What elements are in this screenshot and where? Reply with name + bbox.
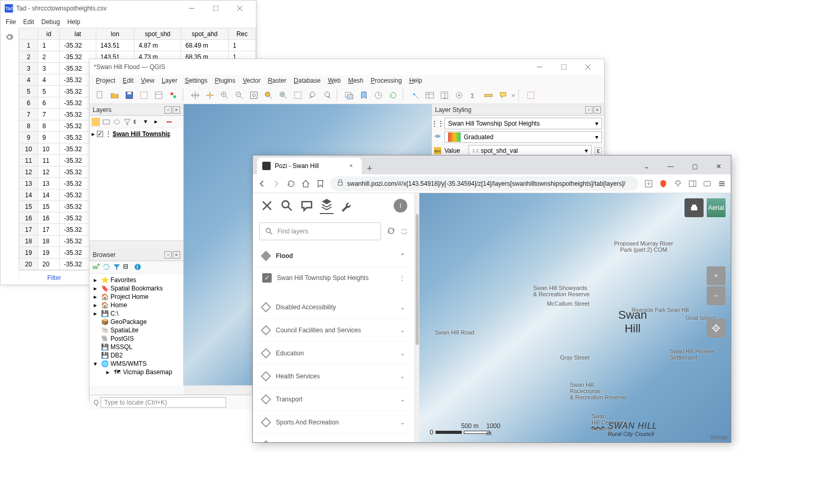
zoom-last-icon[interactable] (306, 89, 319, 102)
new-bookmark-icon[interactable] (358, 89, 370, 102)
statistics-icon[interactable]: Σ (467, 89, 480, 102)
search-icon[interactable] (280, 199, 294, 212)
expression-button[interactable]: ε (595, 147, 602, 154)
menu-debug[interactable]: Debug (41, 18, 60, 26)
properties-icon[interactable]: i (133, 263, 142, 271)
comment-icon[interactable] (300, 199, 314, 212)
print-button[interactable] (685, 198, 704, 217)
chevron-down-icon[interactable]: ⌄ (400, 304, 405, 311)
expand-icon[interactable]: ▾ (144, 118, 152, 126)
add-group-icon[interactable] (102, 118, 110, 126)
new-project-icon[interactable] (94, 89, 106, 102)
browser-item[interactable]: 🐚SpatiaLite (92, 326, 181, 334)
tab-pozi[interactable]: Pozi - Swan Hill × (257, 158, 362, 174)
zoom-selection-icon[interactable] (262, 89, 275, 102)
column-header[interactable]: lat (60, 28, 96, 40)
back-icon[interactable] (257, 179, 266, 188)
menu-file[interactable]: File (6, 18, 16, 26)
chevron-down-icon[interactable]: ⌄ (400, 327, 405, 334)
reload-icon[interactable] (286, 179, 296, 188)
zoom-out-button[interactable]: − (707, 286, 726, 305)
menu-processing[interactable]: Processing (371, 77, 402, 84)
minimize-button[interactable] (528, 59, 552, 75)
remove-icon[interactable] (165, 118, 173, 126)
category-flood[interactable]: Flood ⌃ (255, 244, 413, 267)
attribute-table-icon[interactable] (423, 89, 436, 102)
field-calc-icon[interactable]: ∑ (438, 89, 451, 102)
refresh-icon[interactable] (102, 263, 110, 271)
expression-icon[interactable]: ε (133, 118, 142, 126)
chevron-down-icon[interactable]: ⌄ (400, 442, 405, 443)
home-icon[interactable] (301, 179, 310, 188)
collapse-all-icon[interactable]: ⊟ (123, 263, 131, 271)
browser-item[interactable]: 💾DB2 (92, 351, 181, 360)
locate-me-button[interactable] (707, 319, 726, 338)
layers-scrollbar[interactable] (90, 240, 183, 250)
browser-item[interactable]: ▸🔖Spatial Bookmarks (92, 284, 181, 293)
zoom-in-button[interactable]: + (707, 266, 726, 285)
close-panel-icon[interactable]: × (173, 106, 180, 114)
maximize-button[interactable] (204, 1, 228, 16)
select-rect-icon[interactable] (525, 89, 537, 102)
close-panel-icon[interactable]: × (594, 106, 601, 114)
qgis-titlebar[interactable]: *Swan Hill Flood — QGIS (90, 59, 604, 75)
close-button[interactable]: ✕ (707, 159, 731, 174)
labels-tab-icon[interactable]: abc (434, 147, 441, 154)
filter-legend-icon[interactable] (123, 118, 131, 126)
menu-project[interactable]: Project (96, 77, 115, 84)
column-header[interactable]: spot_ahd (181, 28, 228, 40)
pan-icon[interactable] (189, 89, 202, 102)
browser-item[interactable]: ▸⭐Favorites (92, 276, 181, 284)
category-row[interactable]: Sports And Recreation⌄ (255, 411, 413, 434)
browser-item[interactable]: ▸🏠Home (92, 301, 181, 309)
visibility-icon[interactable] (113, 118, 121, 126)
chevron-down-icon[interactable]: ⌄ (400, 373, 405, 380)
browser-tree[interactable]: ▸⭐Favorites▸🔖Spatial Bookmarks▸🏠Project … (90, 274, 183, 386)
zoom-out-icon[interactable] (233, 89, 246, 102)
refresh-icon[interactable] (387, 89, 399, 102)
category-row[interactable]: Education⌄ (255, 342, 413, 365)
sidebar-scrollbar[interactable] (415, 193, 419, 442)
category-row[interactable]: Property⌄ (255, 434, 413, 442)
menu-layer[interactable]: Layer (162, 77, 177, 84)
wrench-icon[interactable] (340, 199, 353, 212)
chevron-up-icon[interactable]: ⌃ (400, 252, 405, 260)
undock-icon[interactable]: ▫ (585, 106, 593, 114)
locator-input[interactable]: Type to locate (Ctrl+K) (101, 397, 226, 408)
minimize-button[interactable] (180, 1, 204, 16)
menu-web[interactable]: Web (328, 77, 340, 84)
undock-icon[interactable]: ▫ (164, 106, 172, 114)
zoom-native-icon[interactable] (292, 89, 304, 102)
column-header[interactable]: id (38, 28, 60, 40)
pozi-map[interactable]: Swan Hill Proposed Murray River Park (pa… (419, 193, 731, 442)
style-manager-icon[interactable] (167, 89, 180, 102)
measure-icon[interactable] (482, 89, 495, 102)
maptips-icon[interactable] (497, 89, 509, 102)
address-bar[interactable]: swanhill.pozi.com/#/x[143.54918]/y[-35.3… (330, 176, 639, 191)
refresh-layers-icon[interactable] (386, 226, 396, 237)
layer-item[interactable]: ▸ ✓ ⋮⋮ Swan Hill Township Spot Heights (92, 130, 181, 138)
processing-icon[interactable] (453, 89, 465, 102)
gear-icon[interactable] (5, 33, 14, 41)
column-header[interactable]: Rec (228, 28, 255, 40)
styling-layer-select[interactable]: Swan Hill Township Spot Heights▾ (444, 118, 602, 129)
open-project-icon[interactable] (108, 89, 121, 102)
tad-titlebar[interactable]: Tad Tad - shrccctownspotheights.csv (1, 1, 256, 16)
close-icon[interactable] (260, 199, 274, 212)
pan-selection-icon[interactable] (204, 89, 216, 102)
menu-view[interactable]: View (141, 77, 154, 84)
new-layout-icon[interactable] (138, 89, 150, 102)
menu-settings[interactable]: Settings (185, 77, 207, 84)
bookmark-icon[interactable] (316, 179, 325, 188)
brave-shield-icon[interactable] (659, 179, 668, 188)
layer-spot-heights[interactable]: ✓ Swan Hill Township Spot Heights ⋮ (255, 267, 413, 288)
layout-manager-icon[interactable] (152, 89, 165, 102)
browser-item[interactable]: 📦GeoPackage (92, 318, 181, 326)
close-tab-icon[interactable]: × (349, 162, 356, 170)
chevron-down-icon[interactable]: ⌄ (400, 419, 405, 426)
install-app-icon[interactable] (644, 179, 653, 188)
category-row[interactable]: Disabled Accessibility⌄ (255, 296, 413, 319)
kebab-icon[interactable]: ⋮ (399, 274, 405, 282)
close-button[interactable] (576, 59, 600, 75)
filter-button[interactable]: Filter (19, 270, 90, 285)
